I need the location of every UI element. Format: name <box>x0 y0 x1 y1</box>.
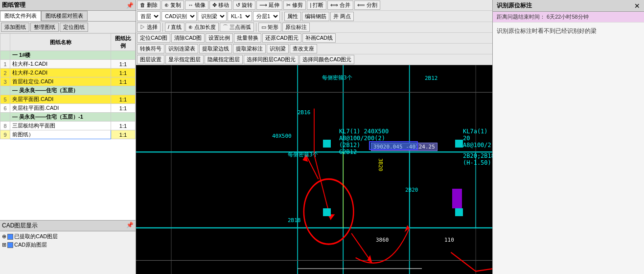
table-row-name-2[interactable]: 柱大样-2.CADI <box>10 69 111 77</box>
annotation-2b12: 2B12 <box>425 75 438 81</box>
trim-btn[interactable]: ✂ 修剪 <box>283 0 306 10</box>
identify-lintel-btn[interactable]: 识别连梁表 <box>165 44 198 53</box>
select-btn[interactable]: ▷ 选择 <box>137 23 161 32</box>
table-row-name-9[interactable]: 前图纸） <box>10 130 111 139</box>
table-row-name-6[interactable]: 夹层柱平面图.CADI <box>10 104 111 113</box>
clear-cad-btn[interactable]: 清除CAD图 <box>171 33 205 43</box>
point-length-btn[interactable]: ⊕ 点加长度 <box>185 23 219 32</box>
extend-btn[interactable]: ⟶ 延伸 <box>256 0 282 10</box>
add-drawing-btn[interactable]: 添加图纸 <box>1 23 29 32</box>
convert-symbol-btn[interactable]: 转换符号 <box>137 44 164 53</box>
annotation-dense-2: 每侧密箍3个 <box>288 151 318 158</box>
checkbox-original[interactable] <box>7 242 13 248</box>
cyan-column-1 <box>323 140 331 148</box>
line-btn[interactable]: / 直线 <box>165 23 184 32</box>
annotation-2b20: 2B20 <box>405 187 418 193</box>
tab-layer-map[interactable]: 图纸楼层对照表 <box>41 11 88 21</box>
rect-btn[interactable]: ▭ 矩形 <box>258 23 281 32</box>
table-row[interactable]: 8三层板结构平面图1:1 <box>0 122 136 130</box>
pin-icon-2[interactable]: 📌 <box>126 222 134 230</box>
annotation-dense-1: 每侧密箍3个 <box>322 74 352 81</box>
set-scale-btn[interactable]: 设置比例 <box>206 33 233 43</box>
delete-btn[interactable]: 🗑 删除 <box>137 0 161 10</box>
tab-file-list[interactable]: 图纸文件列表 <box>0 11 41 21</box>
pin-icon[interactable]: 📌 <box>126 2 134 9</box>
three-point-arc-btn[interactable]: ⌒ 三点画弧 <box>220 23 254 32</box>
table-row[interactable]: 6夹层柱平面图.CADI1:1 <box>0 104 136 113</box>
kl7a-label: KL7a(1) 20 A8@100/2 2B20;2B18 (H-1.50) <box>463 128 492 166</box>
extract-annotation-btn[interactable]: 提取梁标注 <box>233 44 266 53</box>
table-row[interactable]: — 吴永良——住宅（五层） <box>0 86 136 95</box>
table-row-name-8[interactable]: 三层板结构平面图 <box>10 122 111 130</box>
table-row-name-5[interactable]: 夹层平面图.CADI <box>10 95 111 104</box>
check-support-btn[interactable]: 查改支座 <box>290 44 317 53</box>
kl-select[interactable]: KL-1 <box>228 11 252 21</box>
edit-rebar-btn[interactable]: 编辑钢筋 <box>302 12 329 21</box>
expand-icon-2[interactable]: ⊞ <box>2 242 6 248</box>
table-row[interactable]: 2柱大样-2.CADI1:1 <box>0 69 136 77</box>
merge-btn[interactable]: ⟺ 合并 <box>327 0 353 10</box>
extract-edge-btn[interactable]: 提取梁边线 <box>199 44 232 53</box>
restore-cad-btn[interactable]: 还原CAD图元 <box>262 33 301 43</box>
drawing-toolbar: 添加图纸 整理图纸 定位图纸 <box>0 22 136 33</box>
drawing-canvas[interactable]: 每侧密箍3个 每侧密箍3个 2B12 2B16 2B20 2B18 3860 1… <box>136 65 492 274</box>
batch-replace-btn[interactable]: 批量替换 <box>234 33 261 43</box>
mirror-btn[interactable]: ↔ 镜像 <box>185 0 208 10</box>
purple-column <box>452 189 462 208</box>
table-row[interactable]: 3首层柱定位.CADI1:1 <box>0 77 136 86</box>
separator-1 <box>282 12 282 21</box>
panel-header: 图纸管理 📌 <box>0 0 136 11</box>
copy-btn[interactable]: ⊕ 复制 <box>161 0 184 10</box>
move-btn[interactable]: ✥ 移动 <box>209 0 232 10</box>
toolbar-row-layer: 图层设置 显示指定图层 隐藏指定图层 选择同图层CAD图元 选择同颜色CAD图元 <box>136 54 492 65</box>
expand-icon-1[interactable]: ⊕ <box>2 233 6 240</box>
supplement-cad-btn[interactable]: 补画CAD线 <box>302 33 336 43</box>
locate-drawing-btn[interactable]: 定位图纸 <box>60 23 88 32</box>
table-row-name-0[interactable]: 一 1#楼 <box>10 51 111 60</box>
select-same-layer-btn[interactable]: 选择同图层CAD图元 <box>244 55 299 64</box>
table-row[interactable]: 5夹层平面图.CADI1:1 <box>0 95 136 104</box>
cad-mode-select[interactable]: CAD识别 <box>161 11 197 21</box>
rotate-btn[interactable]: ↺ 旋转 <box>233 0 255 10</box>
identify-beam-btn[interactable]: 识别梁 <box>267 44 289 53</box>
table-row-name-4[interactable]: — 吴永良——住宅（五层） <box>10 86 111 95</box>
table-row[interactable]: — 吴永良——住宅（五层）-1 <box>0 113 136 122</box>
sep2 <box>162 23 163 32</box>
layer-label-extracted: 已提取的CAD图层 <box>14 233 58 240</box>
select-same-color-btn[interactable]: 选择同颜色CAD图元 <box>299 55 354 64</box>
locate-cad-btn[interactable]: 定位CAD图 <box>137 33 170 43</box>
table-row[interactable]: 一 1#楼 <box>0 51 136 60</box>
table-row-name-3[interactable]: 首层柱定位.CADI <box>10 77 111 86</box>
panel-title: 图纸管理 <box>2 1 25 9</box>
cyan-column-4 <box>455 208 463 216</box>
table-row-name-1[interactable]: 柱大样-1.CADI <box>10 60 111 69</box>
break-btn[interactable]: | 打断 <box>307 0 326 10</box>
table-row[interactable]: 9前图纸）1:1 <box>0 130 136 139</box>
col-ratio: 图纸比例 <box>111 34 136 51</box>
layer-select[interactable]: 分层1 <box>253 11 280 21</box>
table-row-name-7[interactable]: — 吴永良——住宅（五层）-1 <box>10 113 111 122</box>
two-point-btn[interactable]: 并 两点 <box>330 12 354 21</box>
annotation-2b18: 2B18 <box>288 217 301 224</box>
organize-drawing-btn[interactable]: 整理图纸 <box>30 23 59 32</box>
left-panel: 图纸管理 📌 图纸文件列表 图纸楼层对照表 添加图纸 整理图纸 定位图纸 图纸名… <box>0 0 136 274</box>
property-btn[interactable]: 属性 <box>284 12 301 21</box>
annotate-btn[interactable]: 原位标注 <box>282 23 310 32</box>
layer-item-original[interactable]: ⊞ CAD原始图层 <box>2 241 134 249</box>
table-row-ratio-9: 1:1 <box>111 130 136 139</box>
cyan-column-3 <box>455 140 463 148</box>
checkbox-extracted[interactable] <box>7 234 13 240</box>
floor-select[interactable]: 首层 <box>137 11 161 21</box>
layer-item-extracted[interactable]: ⊕ 已提取的CAD图层 <box>2 232 134 241</box>
selection-highlight <box>369 141 418 150</box>
cad-layers-panel: CAD图层显示 📌 ⊕ 已提取的CAD图层 ⊞ CAD原始图层 <box>0 220 136 274</box>
svg-marker-19 <box>405 225 410 232</box>
show-layer-btn[interactable]: 显示指定图层 <box>165 55 204 64</box>
split-btn[interactable]: ⟸ 分割 <box>354 0 380 10</box>
hide-layer-btn[interactable]: 隐藏指定图层 <box>205 55 243 64</box>
layer-settings-btn[interactable]: 图层设置 <box>137 55 164 64</box>
identify-select[interactable]: 识别梁 <box>198 11 227 21</box>
table-row[interactable]: 1柱大样-1.CADI1:1 <box>0 60 136 69</box>
cad-panel: 🗑 删除 ⊕ 复制 ↔ 镜像 ✥ 移动 ↺ 旋转 ⟶ 延伸 ✂ 修剪 | 打断 … <box>136 0 492 274</box>
close-btn[interactable]: ✕ <box>634 2 640 10</box>
